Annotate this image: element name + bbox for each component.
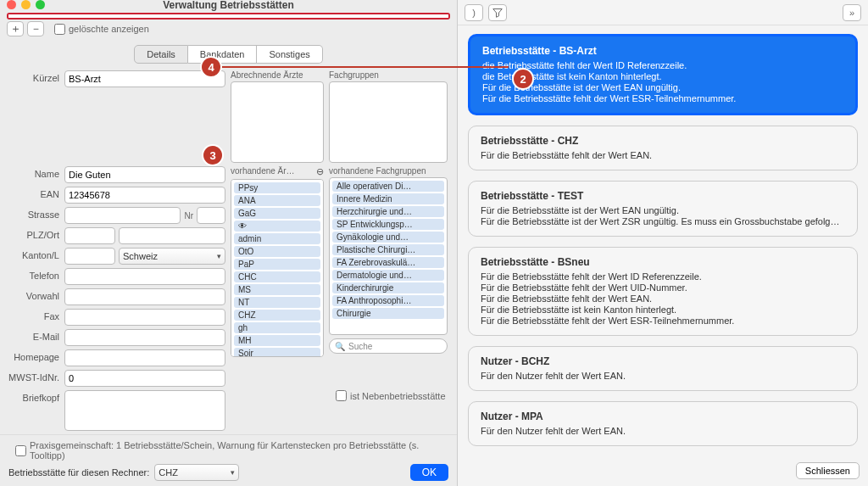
show-deleted-checkbox[interactable]: gelöschte anzeigen	[54, 24, 149, 35]
aerzte-box[interactable]	[231, 81, 324, 163]
panel-toolbar: ) »	[458, 0, 868, 25]
close-button[interactable]: Schliessen	[796, 462, 860, 479]
paren-icon[interactable]: )	[465, 4, 483, 21]
list-item[interactable]: PaP	[234, 259, 320, 270]
label-fax: Fax	[8, 309, 59, 321]
cards-container: Betriebsstätte - BS-Arztdie Betriebsstät…	[458, 25, 868, 486]
input-vorwahl[interactable]	[64, 288, 225, 305]
header-fachgruppen: Fachgruppen	[329, 70, 448, 80]
input-telefon[interactable]	[64, 268, 225, 285]
fachgruppen-box[interactable]	[329, 81, 448, 163]
col-ean[interactable]: EAN	[313, 14, 448, 20]
search-icon: 🔍	[335, 342, 345, 351]
rechner-select[interactable]: CHZ	[154, 464, 239, 481]
input-nr[interactable]	[197, 207, 225, 224]
tab-details[interactable]: Details	[134, 45, 188, 64]
eye-icon[interactable]: ⊖	[316, 166, 324, 177]
card-line: Für die Betriebsstätte fehlt der Wert UI…	[481, 282, 845, 293]
input-email[interactable]	[64, 329, 225, 346]
show-deleted-input[interactable]	[54, 24, 65, 35]
label-ean: EAN	[8, 187, 59, 199]
input-kuerzel[interactable]	[64, 70, 225, 87]
input-mwst[interactable]	[64, 370, 225, 387]
tab-sonstiges[interactable]: Sonstiges	[257, 45, 322, 64]
list-item[interactable]: MS	[234, 284, 320, 295]
input-briefkopf[interactable]	[64, 390, 225, 431]
input-ort[interactable]	[119, 227, 225, 244]
card-title: Betriebsstätte - BS-Arzt	[482, 45, 843, 57]
label-kanton: Kanton/L	[8, 248, 59, 260]
add-button[interactable]: ＋	[7, 21, 24, 36]
list-item[interactable]: CHZ	[234, 310, 320, 321]
list-item[interactable]: FA Anthroposophi…	[332, 295, 444, 306]
annotation-badge-3: 3	[203, 146, 222, 165]
col-name[interactable]: Name	[59, 14, 313, 20]
list-item[interactable]: Kinderchirurgie	[332, 282, 444, 293]
vorhandene-fachgruppen-list[interactable]: Alle operativen Di…Innere MedizinHerzchi…	[329, 177, 448, 335]
select-land[interactable]: Schweiz	[119, 248, 225, 265]
card-line: Für die Betriebsstätte fehlt der Wert EA…	[481, 150, 845, 160]
praxis-checkbox[interactable]: Praxisgemeinschaft: 1 Betriebsstätte/Sch…	[15, 440, 448, 461]
card-line: die Betriebsstätte ist kein Kanton hinte…	[482, 71, 843, 81]
ok-button[interactable]: OK	[410, 464, 448, 481]
list-item[interactable]: PPsy	[234, 182, 320, 193]
card-title: Nutzer - BCHZ	[481, 355, 845, 367]
card-line: Für den Nutzer fehlt der Wert EAN.	[481, 371, 845, 381]
list-item[interactable]: NT	[234, 297, 320, 308]
vorhandene-aerzte-list[interactable]: PPsyANAGaG👁adminOtOPaPCHCMSNTCHZghMHSoir…	[231, 179, 324, 357]
card-line: die Betriebsstätte fehlt der Wert ID Ref…	[482, 60, 843, 70]
validation-card[interactable]: Nutzer - BCHZFür den Nutzer fehlt der We…	[468, 346, 858, 391]
list-item[interactable]: MH	[234, 335, 320, 346]
label-plz: PLZ/Ort	[8, 227, 59, 240]
input-plz[interactable]	[64, 227, 115, 244]
list-item[interactable]: admin	[234, 233, 320, 244]
tab-bankdaten[interactable]: Bankdaten	[188, 45, 258, 64]
annotation-line	[212, 66, 509, 68]
input-ean[interactable]	[64, 187, 225, 204]
fachgruppen-search[interactable]: 🔍 Suche	[329, 338, 448, 354]
list-item[interactable]: Dermatologie und…	[332, 270, 444, 281]
input-fax[interactable]	[64, 309, 225, 326]
list-item[interactable]: Innere Medizin	[332, 193, 444, 204]
label-briefkopf: Briefkopf	[8, 390, 59, 403]
list-item[interactable]: GaG	[234, 208, 320, 219]
sites-table[interactable]: Kürzel Name EAN TESTTestbetriebsstätteMS…	[7, 13, 450, 20]
label-name: Name	[8, 166, 59, 179]
remove-button[interactable]: －	[27, 21, 44, 36]
label-telefon: Telefon	[8, 268, 59, 281]
list-item[interactable]: OtO	[234, 246, 320, 257]
list-item[interactable]: Gynäkologie und…	[332, 232, 444, 243]
list-item[interactable]: FA Zerebrovaskulä…	[332, 257, 444, 268]
card-line: Für die Betriebsstätte ist der Wert ZSR …	[481, 216, 845, 226]
label-email: E-Mail	[8, 329, 59, 342]
card-line: Für die Betriebsstätte ist der Wert EAN …	[482, 82, 843, 92]
list-item[interactable]: Herzchirurgie und…	[332, 206, 444, 217]
list-item[interactable]: Plastische Chirurgi…	[332, 244, 444, 255]
list-item[interactable]: gh	[234, 322, 320, 333]
list-item[interactable]: Soir	[234, 348, 320, 357]
list-item[interactable]: 👁	[234, 221, 320, 232]
input-strasse[interactable]	[64, 207, 181, 224]
validation-card[interactable]: Betriebsstätte - CHZFür die Betriebsstät…	[468, 126, 858, 170]
neben-checkbox[interactable]: ist Nebenbetriebsstätte	[336, 390, 448, 401]
list-item[interactable]: Alle operativen Di…	[332, 181, 444, 192]
validation-card[interactable]: Nutzer - MPAFür den Nutzer fehlt der Wer…	[468, 401, 858, 446]
expand-icon[interactable]: »	[843, 4, 861, 21]
card-line: Für die Betriebsstätte ist der Wert EAN …	[481, 205, 845, 215]
settings-window: Verwaltung Betriebsstätten Kürzel Name E…	[0, 0, 458, 486]
filter-icon[interactable]	[488, 4, 507, 21]
list-item[interactable]: SP Entwicklungsp…	[332, 219, 444, 230]
list-item[interactable]: ANA	[234, 195, 320, 206]
input-kanton[interactable]	[64, 248, 115, 265]
validation-card[interactable]: Betriebsstätte - BSneuFür die Betriebsst…	[468, 247, 858, 336]
list-item[interactable]: CHC	[234, 271, 320, 282]
card-line: Für den Nutzer fehlt der Wert EAN.	[481, 426, 845, 436]
card-line: Für die Betriebsstätte fehlt der Wert ES…	[482, 93, 843, 103]
card-line: Für die Betriebsstätte fehlt der Wert ES…	[481, 316, 845, 326]
input-homepage[interactable]	[64, 349, 225, 366]
list-item[interactable]: Chirurgie	[332, 308, 444, 319]
label-vorwahl: Vorwahl	[8, 288, 59, 301]
input-name[interactable]	[64, 166, 225, 183]
validation-card[interactable]: Betriebsstätte - TESTFür die Betriebsstä…	[468, 181, 858, 237]
col-kuerzel[interactable]: Kürzel	[8, 14, 59, 20]
